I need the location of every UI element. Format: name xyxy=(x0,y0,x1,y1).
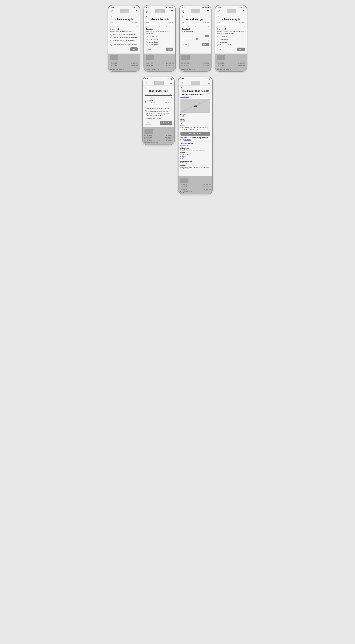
next-button-q4[interactable]: Next › xyxy=(237,48,245,51)
phone-q1: 8:15 ▲▼ WiFi ▮ 🛒 ☰ ✕ Bike Finder Quiz St… xyxy=(108,5,140,72)
menu-icon-q3[interactable]: ☰ xyxy=(207,10,209,12)
option-q2-1[interactable]: $300 - $1,000 xyxy=(146,36,173,38)
radio-q2-4[interactable] xyxy=(146,44,148,46)
close-q5[interactable]: ✕ xyxy=(145,87,172,89)
back-button-q3[interactable]: Back xyxy=(182,43,189,46)
cart-icon-q4[interactable]: 🛒 xyxy=(217,10,220,12)
cart-icon-q5[interactable]: 🛒 xyxy=(145,82,148,84)
checkbox-q5-1[interactable] xyxy=(145,108,147,109)
option-q4-2[interactable]: Functionality xyxy=(217,38,245,40)
radio-q1-1[interactable] xyxy=(110,34,112,36)
option-q1-4[interactable]: Cyclocross, gravel or longer commutes xyxy=(110,44,138,46)
quiz-title-q3: Bike Finder Quiz xyxy=(182,18,209,21)
slider-thumb[interactable] xyxy=(196,38,198,40)
radio-q4-4[interactable] xyxy=(217,44,219,46)
checkbox-q5-4[interactable] xyxy=(145,118,147,119)
radio-q1-4[interactable] xyxy=(110,44,112,46)
option-q4-1[interactable]: Lightweight xyxy=(217,36,245,38)
next-button-q2[interactable]: Next › xyxy=(166,48,173,51)
heart-icon[interactable]: ♡ xyxy=(207,109,209,112)
option-q1-1[interactable]: Road biking for fitness and adventure xyxy=(110,34,138,36)
steps-q2: 12345 xyxy=(146,25,173,27)
cart-icon-q2[interactable]: 🛒 xyxy=(146,10,149,12)
slider-fill xyxy=(182,38,197,39)
footer-link-q1-2-1[interactable]: Link Text Here xyxy=(131,62,138,63)
option-q5-2[interactable]: Can ride wearing casual clothing xyxy=(145,110,172,112)
option-q1-2[interactable]: Hybrid biking on paths and urban areas xyxy=(110,36,138,38)
camera-icon: 📷 xyxy=(194,104,197,107)
checkbox-q5-2[interactable] xyxy=(145,110,147,112)
footer-link-q1-1-4[interactable]: Link Text Here xyxy=(110,66,117,68)
option-q2-4[interactable]: $3,000 - $5,000+ xyxy=(146,44,173,46)
progress-fill-q1 xyxy=(110,24,116,24)
menu-icon-q5[interactable]: ☰ xyxy=(170,82,172,84)
earned-text: Go to your profile xyxy=(180,139,210,140)
radio-q4-3[interactable] xyxy=(217,42,219,43)
see-results-button[interactable]: See Results › xyxy=(160,121,172,124)
radio-q1-2[interactable] xyxy=(110,37,112,38)
radio-q2-1[interactable] xyxy=(146,36,148,38)
option-q4-4[interactable]: Component Quality xyxy=(217,44,245,46)
back-button-q5[interactable]: Back xyxy=(145,121,152,124)
price-value: $1,400 xyxy=(180,120,210,122)
cart-icon-q1[interactable]: 🛒 xyxy=(110,10,113,12)
slider-labels: 0 ft 7 ft xyxy=(182,40,209,41)
earned-box: You earned 500 pts for taking the quiz! … xyxy=(180,137,210,140)
phone-nav-results: 🛒 ☰ xyxy=(178,80,212,86)
radio-q2-3[interactable] xyxy=(146,42,148,43)
option-q5-1[interactable]: Comfortable seat and rider position xyxy=(145,108,172,109)
retake-link-bottom[interactable]: retake the quiz xyxy=(180,145,210,146)
close-q3[interactable]: ✕ xyxy=(182,15,209,18)
view-listing-link[interactable]: view the listing xyxy=(190,129,199,130)
purchase-tickets-button[interactable]: Purchase Tickets xyxy=(180,132,210,136)
option-q2-2[interactable]: $1,100 - $1,900 xyxy=(146,38,173,40)
footer-link-q1-1-2[interactable]: Link Text Here xyxy=(110,63,117,64)
menu-icon-q4[interactable]: ☰ xyxy=(242,10,245,12)
priority-label: Priority: xyxy=(180,164,210,166)
menu-icon-q1[interactable]: ☰ xyxy=(136,10,138,12)
footer-link-q1-2-3[interactable]: Link Text Here xyxy=(131,65,138,66)
menu-icon-q2[interactable]: ☰ xyxy=(171,10,173,12)
next-button-q1[interactable]: Next › xyxy=(130,48,138,51)
option-q5-4[interactable]: Shiny and eye catching xyxy=(145,118,172,119)
menu-icon-results[interactable]: ☰ xyxy=(208,82,210,84)
height-slider[interactable]: 5' 4" 0 ft 7 ft xyxy=(182,34,209,41)
close-q2[interactable]: ✕ xyxy=(146,15,173,18)
footer-q1: Link Text Here Link Text Here Link Text … xyxy=(108,54,140,71)
slider-value: 5' 4" xyxy=(205,35,209,37)
close-q4[interactable]: ✕ xyxy=(217,15,245,18)
footer-links-q2: Link Text Here Link Text Here Link Text … xyxy=(146,62,174,68)
footer-link-q1-1-3[interactable]: Link Text Here xyxy=(110,65,117,66)
radio-q4-2[interactable] xyxy=(217,38,219,40)
checkbox-q5-3[interactable] xyxy=(145,113,147,115)
screens-row-2: 8:15 ▲▼WiFi▮ 🛒 ☰ ✕ Bike Finder Quiz Star… xyxy=(3,76,352,194)
quiz-title-q2: Bike Finder Quiz xyxy=(146,18,173,21)
radio-q1-3[interactable] xyxy=(110,40,112,41)
back-button-q4[interactable]: Back xyxy=(217,48,224,51)
option-q4-3[interactable]: Uniqueness xyxy=(217,41,245,43)
option-q5-3[interactable]: Light, fast and will encourage me to bec… xyxy=(145,113,172,116)
logo-results xyxy=(191,81,200,85)
next-button-q3[interactable]: Next › xyxy=(202,43,209,46)
footer-logo-q3 xyxy=(181,55,190,60)
footer-link-q1-1-1[interactable]: Link Text Here xyxy=(110,62,117,63)
close-q1[interactable]: ✕ xyxy=(110,15,138,18)
slider-track[interactable] xyxy=(182,38,209,39)
option-q1-3[interactable]: Mountain biking on dirt and rocky terrai… xyxy=(110,40,138,43)
profile-link[interactable]: your profile xyxy=(184,139,191,140)
content-q5: ✕ Bike Finder Quiz Start P 500 pts 12345… xyxy=(143,86,174,126)
footer-link-q1-2-2[interactable]: Link Text Here xyxy=(131,63,138,64)
retake-link-top[interactable]: retake the quiz xyxy=(180,96,210,98)
footer-link-q1-2-4[interactable]: Link Text Here xyxy=(131,66,138,68)
option-text-q1-4: Cyclocross, gravel or longer commutes xyxy=(113,44,137,46)
footer-logo-q4 xyxy=(217,55,225,60)
back-button-q2[interactable]: Back xyxy=(146,48,153,51)
cart-icon-q3[interactable]: 🛒 xyxy=(182,10,184,12)
cart-icon-results[interactable]: 🛒 xyxy=(180,82,183,84)
option-q2-3[interactable]: $2,000 - $2,900 xyxy=(146,41,173,43)
price-label: Price: xyxy=(180,118,210,120)
radio-q4-1[interactable] xyxy=(217,36,219,38)
close-results[interactable]: ✕ xyxy=(180,87,210,89)
radio-q2-2[interactable] xyxy=(146,38,148,40)
logo-q1 xyxy=(120,10,129,13)
